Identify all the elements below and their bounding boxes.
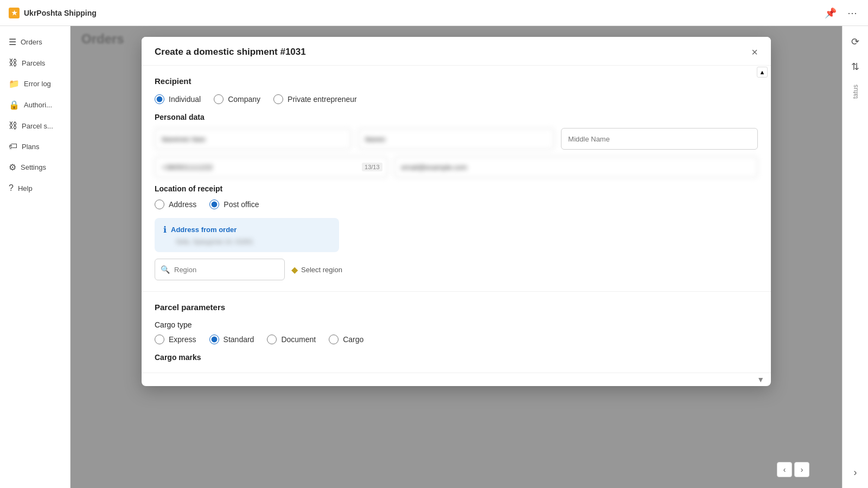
topbar: ★ UkrPoshta Shipping 📌 ⋯: [0, 0, 868, 26]
address-from-order-title: Address from order: [171, 226, 237, 234]
modal-footer: ▼: [142, 373, 771, 386]
radio-document[interactable]: Document: [267, 335, 316, 344]
radio-cargo-label: Cargo: [343, 335, 363, 344]
sidebar-item-parcel-s[interactable]: ⛓ Parcel s...: [0, 117, 70, 135]
main-layout: ☰ Orders ⛓ Parcels 📁 Error log 🔒 Authori…: [0, 26, 868, 488]
app-title: UkrPoshta Shipping: [24, 9, 97, 17]
radio-address-input[interactable]: [155, 200, 164, 209]
radio-individual-input[interactable]: [155, 94, 164, 104]
expand-panel-button[interactable]: ›: [851, 464, 860, 481]
modal-close-button[interactable]: ×: [751, 47, 758, 57]
radio-post-office-input[interactable]: [209, 200, 219, 209]
email-input[interactable]: [394, 156, 758, 178]
app-shell: ★ UkrPoshta Shipping 📌 ⋯ ☰ Orders ⛓ Parc…: [0, 0, 868, 488]
name-row: [155, 128, 758, 150]
radio-standard-input[interactable]: [209, 335, 219, 344]
sidebar-item-settings[interactable]: ⚙ Settings: [0, 158, 70, 177]
nav-forward-button[interactable]: ›: [794, 462, 809, 477]
sidebar-item-orders[interactable]: ☰ Orders: [0, 33, 70, 52]
first-name-input[interactable]: [155, 128, 352, 150]
recipient-type-group: Individual Company Private entrepreneur: [155, 94, 758, 104]
sidebar-item-error-log[interactable]: 📁 Error log: [0, 74, 70, 93]
select-region-label: Select region: [301, 266, 342, 274]
radio-document-input[interactable]: [267, 335, 277, 344]
pin-button[interactable]: 📌: [822, 5, 839, 21]
sidebar-label-plans: Plans: [22, 143, 40, 151]
radio-express-input[interactable]: [155, 335, 164, 344]
sidebar-label-error-log: Error log: [24, 80, 51, 88]
radio-company-input[interactable]: [214, 94, 224, 104]
last-name-input[interactable]: [358, 128, 555, 150]
recipient-section-title: Recipient: [155, 76, 758, 86]
radio-address-label: Address: [169, 200, 196, 209]
cargo-marks-title: Cargo marks: [155, 353, 758, 362]
radio-document-label: Document: [281, 335, 316, 344]
sidebar-label-orders: Orders: [21, 38, 42, 46]
refresh-button[interactable]: ⟳: [848, 33, 863, 51]
contact-row: 13/13: [155, 156, 758, 178]
radio-post-office-label: Post office: [224, 200, 259, 209]
recipient-section: Recipient Individual Company: [142, 66, 771, 292]
middle-name-input[interactable]: [561, 128, 758, 150]
create-shipment-modal: Create a domestic shipment #1031 × ▲ Rec…: [142, 37, 771, 386]
cargo-type-title: Cargo type: [155, 320, 758, 329]
sidebar-label-parcels: Parcels: [22, 59, 45, 67]
app-logo: ★: [9, 8, 20, 18]
select-region-button[interactable]: ◆ Select region: [291, 265, 342, 275]
info-icon: ℹ: [163, 224, 167, 235]
region-search-input[interactable]: [174, 266, 279, 274]
content-area: Orders Create a domestic shipment #1031 …: [71, 26, 842, 488]
sidebar-item-help[interactable]: ? Help: [0, 179, 70, 197]
sidebar-label-auth: Authori...: [24, 101, 52, 109]
address-text: Київ, Хрещатик 14, 01001: [176, 238, 253, 246]
radio-standard[interactable]: Standard: [209, 335, 254, 344]
radio-post-office[interactable]: Post office: [209, 200, 259, 209]
radio-individual-label: Individual: [169, 95, 201, 104]
auth-icon: 🔒: [9, 100, 20, 110]
phone-field-wrapper: 13/13: [155, 156, 388, 178]
radio-express-label: Express: [169, 335, 196, 344]
error-log-icon: 📁: [9, 79, 20, 89]
radio-address[interactable]: Address: [155, 200, 196, 209]
radio-private-entrepreneur-label: Private entrepreneur: [288, 95, 357, 104]
personal-data-title: Personal data: [155, 113, 758, 121]
radio-private-entrepreneur-input[interactable]: [273, 94, 283, 104]
radio-cargo[interactable]: Cargo: [329, 335, 363, 344]
address-from-order-header: ℹ Address from order: [163, 224, 330, 235]
address-from-order-card: ℹ Address from order Київ, Хрещатик 14, …: [155, 218, 339, 252]
radio-individual[interactable]: Individual: [155, 94, 201, 104]
cargo-type-group: Express Standard Document: [155, 335, 758, 344]
parcel-s-icon: ⛓: [9, 121, 17, 131]
radio-express[interactable]: Express: [155, 335, 196, 344]
modal-title: Create a domestic shipment #1031: [155, 47, 306, 57]
address-from-order-value: Київ, Хрещатик 14, 01001: [176, 238, 330, 246]
scroll-down-button[interactable]: ▼: [757, 375, 764, 384]
topbar-actions: 📌 ⋯: [822, 5, 859, 21]
nav-back-button[interactable]: ‹: [777, 462, 792, 477]
sort-button[interactable]: ⇅: [848, 57, 863, 76]
sidebar-label-settings: Settings: [21, 163, 46, 171]
region-search-wrapper[interactable]: 🔍: [155, 259, 285, 280]
scroll-up-button[interactable]: ▲: [757, 67, 768, 78]
sidebar-item-authorizations[interactable]: 🔒 Authori...: [0, 95, 70, 114]
plans-icon: 🏷: [9, 142, 17, 151]
radio-private-entrepreneur[interactable]: Private entrepreneur: [273, 94, 357, 104]
modal-overlay: Create a domestic shipment #1031 × ▲ Rec…: [71, 26, 842, 488]
right-toolbar: ⟳ ⇅ tatus ›: [842, 26, 868, 488]
more-options-button[interactable]: ⋯: [845, 5, 859, 21]
modal-header: Create a domestic shipment #1031 ×: [142, 37, 771, 66]
nav-arrows: ‹ ›: [777, 462, 809, 477]
parcel-parameters-section: Parcel parameters Cargo type Express Sta…: [142, 292, 771, 373]
sidebar: ☰ Orders ⛓ Parcels 📁 Error log 🔒 Authori…: [0, 26, 71, 488]
sidebar-item-parcels[interactable]: ⛓ Parcels: [0, 54, 70, 72]
radio-cargo-input[interactable]: [329, 335, 339, 344]
parcels-icon: ⛓: [9, 58, 17, 68]
phone-input[interactable]: [155, 156, 388, 178]
radio-company[interactable]: Company: [214, 94, 260, 104]
location-section-title: Location of receipt: [155, 184, 758, 193]
radio-company-label: Company: [228, 95, 260, 104]
settings-icon: ⚙: [9, 162, 16, 172]
orders-icon: ☰: [9, 37, 16, 47]
sidebar-item-plans[interactable]: 🏷 Plans: [0, 137, 70, 156]
radio-standard-label: Standard: [224, 335, 254, 344]
